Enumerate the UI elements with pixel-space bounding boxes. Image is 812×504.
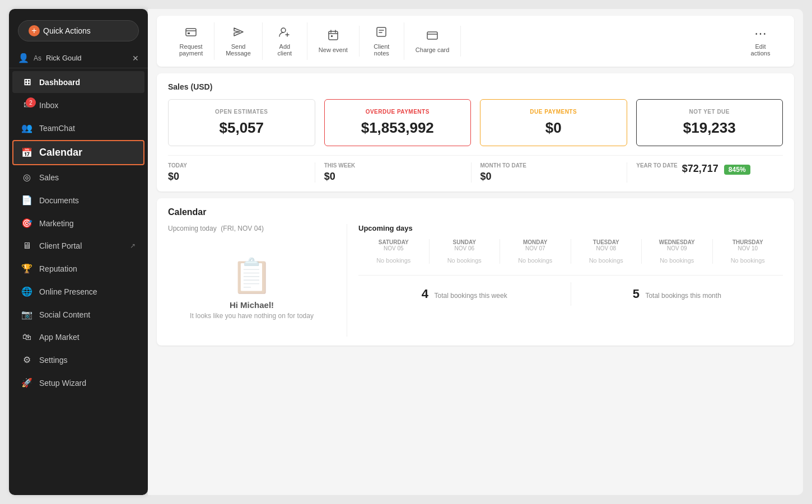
sales-cards: OPEN ESTIMATES $5,057 OVERDUE PAYMENTS $… <box>168 99 783 146</box>
sales-icon: ◎ <box>21 172 32 183</box>
calendar-section: Calendar Upcoming today (FRI, NOV 04) 📋 … <box>157 198 794 346</box>
client-notes-icon <box>375 26 388 41</box>
new-event-action[interactable]: New event <box>307 26 360 57</box>
bookings-this-month: 5 Total bookings this month <box>571 282 783 306</box>
sidebar-item-documents[interactable]: 📄 Documents <box>12 189 144 211</box>
action-bar: Requestpayment SendMessage Addclient New… <box>157 16 794 67</box>
sidebar-item-app-market[interactable]: 🛍 App Market <box>12 326 144 348</box>
new-event-icon <box>327 29 339 44</box>
year-to-date-value: $72,717 <box>682 163 718 175</box>
add-client-label: Addclient <box>278 43 292 57</box>
main-content: Requestpayment SendMessage Addclient New… <box>148 9 803 495</box>
calendar-body: Upcoming today (FRI, NOV 04) 📋 Hi Michae… <box>168 224 783 337</box>
sales-title: Sales (USD) <box>168 82 783 91</box>
this-week-label: THIS WEEK <box>324 162 462 169</box>
due-payments-card: DUE PAYMENTS $0 <box>480 99 627 146</box>
add-client-icon <box>278 26 291 41</box>
overdue-payments-card: OVERDUE PAYMENTS $1,853,992 <box>324 99 472 146</box>
add-client-action[interactable]: Addclient <box>263 22 307 60</box>
sidebar-item-dashboard[interactable]: ⊞ Dashboard <box>12 71 144 93</box>
growth-badge: 845% <box>724 165 750 175</box>
saturday-name: SATURDAY <box>364 239 423 245</box>
year-to-date-label: YEAR TO DATE <box>636 162 678 169</box>
request-payment-icon <box>185 26 197 41</box>
thursday-bookings: No bookings <box>718 257 778 264</box>
upcoming-today-text: Upcoming today <box>168 225 217 232</box>
not-yet-due-value: $19,233 <box>646 119 774 137</box>
inbox-badge: 2 <box>26 97 36 108</box>
dashboard-icon: ⊞ <box>21 77 32 87</box>
upcoming-today-date: (FRI, NOV 04) <box>221 225 264 232</box>
monday-name: MONDAY <box>506 239 565 245</box>
sidebar-item-sales[interactable]: ◎ Sales <box>12 166 144 188</box>
sidebar-item-label: Sales <box>39 173 59 182</box>
sidebar-item-online-presence[interactable]: 🌐 Online Presence <box>12 281 144 302</box>
charge-card-icon <box>426 29 438 44</box>
sidebar-item-calendar[interactable]: 📅 Calendar <box>12 140 144 165</box>
svg-rect-1 <box>188 32 190 34</box>
sidebar-item-marketing[interactable]: 🎯 Marketing <box>12 212 144 234</box>
sidebar-item-label: Inbox <box>39 101 58 110</box>
calendar-title: Calendar <box>168 207 783 217</box>
app-market-icon: 🛍 <box>21 332 32 342</box>
sidebar-item-reputation[interactable]: 🏆 Reputation <box>12 258 144 279</box>
client-portal-icon: 🖥 <box>21 241 32 251</box>
plus-icon: + <box>29 25 40 36</box>
monday-bookings: No bookings <box>506 257 565 264</box>
online-presence-icon: 🌐 <box>21 286 32 297</box>
sidebar-item-setup-wizard[interactable]: 🚀 Setup Wizard <box>12 372 144 394</box>
due-payments-label: DUE PAYMENTS <box>489 109 618 115</box>
sidebar-item-settings[interactable]: ⚙ Settings <box>12 349 144 371</box>
charge-card-action[interactable]: Charge card <box>404 26 461 57</box>
sidebar-item-label: Calendar <box>39 147 82 158</box>
upcoming-days-label: Upcoming days <box>358 224 783 232</box>
sidebar-item-teamchat[interactable]: 👥 TeamChat <box>12 117 144 139</box>
svg-rect-5 <box>377 27 386 36</box>
due-payments-value: $0 <box>489 119 618 137</box>
sidebar-item-label: Reputation <box>39 264 77 273</box>
not-yet-due-label: NOT YET DUE <box>646 109 774 115</box>
request-payment-action[interactable]: Requestpayment <box>168 22 214 60</box>
upcoming-today-label: Upcoming today (FRI, NOV 04) <box>168 224 335 232</box>
edit-actions-action[interactable]: ⋯ Editactions <box>738 23 783 60</box>
this-week-value: $0 <box>324 171 462 183</box>
svg-rect-0 <box>186 29 196 36</box>
send-message-action[interactable]: SendMessage <box>214 22 263 60</box>
quick-actions-button[interactable]: + Quick Actions <box>18 20 139 41</box>
new-event-label: New event <box>319 46 348 53</box>
calendar-icon: 📅 <box>21 147 32 158</box>
user-as-label: As <box>34 54 41 62</box>
sunday-date: NOV 06 <box>435 245 494 251</box>
send-message-icon <box>232 26 245 41</box>
monday-date: NOV 07 <box>506 245 565 251</box>
sidebar-item-label: Social Content <box>39 310 90 319</box>
client-notes-label: Clientnotes <box>374 43 389 57</box>
thursday-date: NOV 10 <box>718 245 778 251</box>
day-col-wednesday: WEDNESDAY NOV 09 No bookings <box>642 239 713 264</box>
sidebar-item-label: Client Portal <box>39 241 82 250</box>
tuesday-name: TUESDAY <box>577 239 636 245</box>
sidebar-item-social-content[interactable]: 📷 Social Content <box>12 304 144 325</box>
user-name: Rick Gould <box>46 54 82 62</box>
sidebar-item-label: App Market <box>39 333 80 342</box>
days-grid: SATURDAY NOV 05 No bookings SUNDAY NOV 0… <box>358 239 783 264</box>
day-col-tuesday: TUESDAY NOV 08 No bookings <box>571 239 642 264</box>
open-estimates-label: OPEN ESTIMATES <box>178 109 306 115</box>
svg-point-2 <box>281 28 286 32</box>
overdue-payments-label: OVERDUE PAYMENTS <box>334 109 462 115</box>
sidebar-item-label: Setup Wizard <box>39 379 86 388</box>
day-col-monday: MONDAY NOV 07 No bookings <box>500 239 571 264</box>
edit-actions-icon: ⋯ <box>754 26 767 41</box>
day-col-thursday: THURSDAY NOV 10 No bookings <box>713 239 783 264</box>
saturday-date: NOV 05 <box>364 245 423 251</box>
day-col-saturday: SATURDAY NOV 05 No bookings <box>358 239 430 264</box>
empty-text: It looks like you have nothing on for to… <box>190 312 314 320</box>
client-notes-action[interactable]: Clientnotes <box>360 22 404 60</box>
sidebar-item-client-portal[interactable]: 🖥 Client Portal ↗ <box>12 235 144 256</box>
send-message-label: SendMessage <box>226 43 251 57</box>
bookings-week-text: Total bookings this week <box>435 292 507 300</box>
day-col-sunday: SUNDAY NOV 06 No bookings <box>430 239 501 264</box>
sidebar-item-inbox[interactable]: 2 ✉ Inbox <box>12 94 144 116</box>
sidebar-item-label: Documents <box>39 196 79 205</box>
close-icon[interactable]: ✕ <box>132 54 139 63</box>
